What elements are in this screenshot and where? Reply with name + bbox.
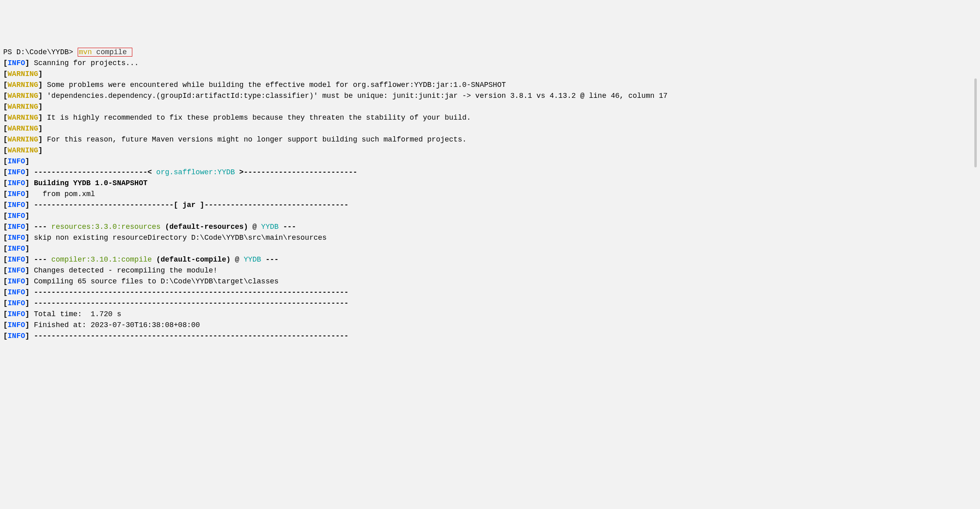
log-line: [INFO] ---------------------------------… [3,331,972,342]
warning-tag: WARNING [8,81,38,89]
log-line: [INFO] --------------------------------[… [3,200,972,211]
warning-tag: WARNING [8,70,38,78]
log-line: [INFO] Scanning for projects... [3,58,972,69]
info-tag: INFO [8,234,25,242]
project-yydb: YYDB [244,256,261,264]
info-tag: INFO [8,299,25,307]
info-tag: INFO [8,168,25,176]
log-line: [INFO] Changes detected - recompiling th… [3,265,972,276]
info-tag: INFO [8,310,25,318]
terminal-output[interactable]: PS D:\Code\YYDB> mvn compile [INFO] Scan… [3,47,977,342]
log-line: [INFO] Total time: 1.720 s [3,309,972,320]
warning-tag: WARNING [8,92,38,100]
plugin-compiler: compiler:3.10.1:compile [51,256,152,264]
scrollbar[interactable] [974,78,977,167]
info-tag: INFO [8,321,25,329]
log-line: [INFO] ---------------------------------… [3,298,972,309]
project-yydb: YYDB [261,223,278,231]
log-line: [INFO] Finished at: 2023-07-30T16:38:08+… [3,320,972,331]
log-line: [INFO] Compiling 65 source files to D:\C… [3,276,972,287]
info-tag: INFO [8,201,25,209]
prompt: PS D:\Code\YYDB> [3,48,78,56]
info-tag: INFO [8,266,25,275]
log-line: [WARNING] Some problems were encountered… [3,80,972,91]
info-tag: INFO [8,157,25,165]
log-line: [WARNING] [3,145,972,156]
log-line: [INFO] skip non existing resourceDirecto… [3,232,972,243]
info-tag: INFO [8,245,25,253]
warning-tag: WARNING [8,114,38,122]
info-tag: INFO [8,277,25,285]
info-tag: INFO [8,223,25,231]
info-tag: INFO [8,332,25,340]
info-tag: INFO [8,59,25,67]
warning-tag: WARNING [8,146,38,154]
command-compile: compile [92,48,131,56]
info-tag: INFO [8,179,25,187]
command-highlight: mvn compile [78,48,133,57]
log-line: [INFO] Building YYDB 1.0-SNAPSHOT [3,178,972,189]
info-tag: INFO [8,212,25,220]
command-mvn: mvn [79,48,92,56]
log-line: [INFO] [3,243,972,254]
log-line: [INFO] [3,211,972,222]
prompt-line: PS D:\Code\YYDB> mvn compile [3,47,972,58]
log-line: [WARNING] [3,123,972,134]
project-coord: org.safflower:YYDB [156,168,235,176]
plugin-resources: resources:3.3.0:resources [51,223,161,231]
warning-tag: WARNING [8,125,38,133]
log-line: [INFO] --------------------------< org.s… [3,167,972,178]
log-line: [INFO] [3,156,972,167]
log-line: [INFO] --- compiler:3.10.1:compile (defa… [3,254,972,265]
building-label: Building YYDB 1.0-SNAPSHOT [30,179,148,187]
info-tag: INFO [8,288,25,296]
log-line: [WARNING] [3,69,972,80]
info-tag: INFO [8,190,25,198]
log-line: [WARNING] 'dependencies.dependency.(grou… [3,91,972,101]
warning-tag: WARNING [8,103,38,111]
log-line: [WARNING] [3,101,972,112]
log-line: [INFO] from pom.xml [3,189,972,200]
log-line: [INFO] ---------------------------------… [3,287,972,298]
log-line: [WARNING] For this reason, future Maven … [3,134,972,145]
log-line: [WARNING] It is highly recommended to fi… [3,112,972,123]
log-line: [INFO] --- resources:3.3.0:resources (de… [3,222,972,232]
warning-tag: WARNING [8,135,38,144]
info-tag: INFO [8,256,25,264]
